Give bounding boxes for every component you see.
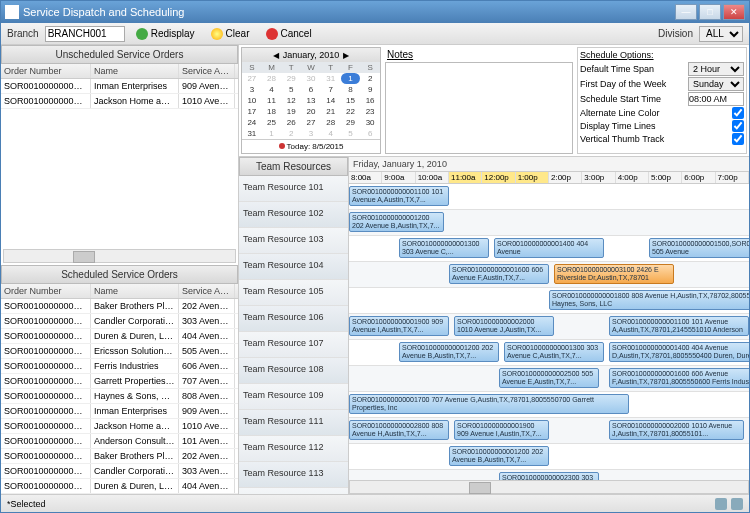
table-row[interactable]: SOR0010000000002200Baker Brothers Plumbi… <box>1 449 238 464</box>
unscheduled-columns: Order Number Name Service Address <box>1 64 238 79</box>
table-row[interactable]: SOR0010000000001500Ericsson Solutions, I… <box>1 344 238 359</box>
team-resource[interactable]: Team Resource 112 <box>239 436 348 462</box>
appointment-bar[interactable]: SOR0010000000001300 303 Avenue C,... <box>399 238 489 258</box>
team-resource[interactable]: Team Resource 102 <box>239 202 348 228</box>
cal-prev-icon[interactable]: ◀ <box>273 51 279 60</box>
gantt-row[interactable]: SOR0010000000001600 606 Avenue F,Austin,… <box>349 262 749 288</box>
branch-label: Branch <box>7 28 39 39</box>
statusbar: *Selected <box>1 494 749 512</box>
appointment-bar[interactable]: SOR0010000000001100 101 Avenue A,Austin,… <box>609 316 749 336</box>
gantt-time-header: 8:00a9:00a10:00a11:00a12:00p1:00p2:00p3:… <box>349 172 749 184</box>
appointment-bar[interactable]: SOR0010000000002000 1010 Avenue J,Austin… <box>609 420 744 440</box>
table-row[interactable]: SOR0010000000002100Anderson Consulting10… <box>1 434 238 449</box>
redisplay-button[interactable]: Redisplay <box>131 27 200 41</box>
appointment-bar[interactable]: SOR0010000000003100 2426 E Riverside Dr,… <box>554 264 674 284</box>
team-resource[interactable]: Team Resource 111 <box>239 410 348 436</box>
hscroll-unscheduled[interactable] <box>3 249 236 263</box>
calendar[interactable]: ◀ January, 2010 ▶ SMTWTFS272829303112345… <box>241 47 381 154</box>
cancel-button[interactable]: Cancel <box>261 27 317 41</box>
minimize-button[interactable]: — <box>675 4 697 20</box>
notes-textarea[interactable] <box>385 62 573 154</box>
col-order-number[interactable]: Order Number <box>1 284 91 298</box>
cal-month: January, 2010 <box>283 50 339 60</box>
team-resource[interactable]: Team Resource 109 <box>239 384 348 410</box>
table-row[interactable]: SOR0010000000001800Haynes & Sons, LLC808… <box>1 389 238 404</box>
appointment-bar[interactable]: SOR0010000000001200 202 Avenue B,Austin,… <box>449 446 549 466</box>
clear-button[interactable]: Clear <box>206 27 255 41</box>
division-select[interactable]: ALL <box>699 26 743 42</box>
table-row[interactable]: SOR0010000000001700Garrett Properties, I… <box>1 374 238 389</box>
table-row[interactable]: SOR0010000000002900Inman Enterprises909 … <box>1 79 238 94</box>
col-name[interactable]: Name <box>91 284 179 298</box>
gantt-row[interactable]: SOR0010000000002300 303 Avenue C,Austin,… <box>349 470 749 480</box>
team-resource[interactable]: Team Resource 113 <box>239 462 348 488</box>
col-name[interactable]: Name <box>91 64 179 78</box>
table-row[interactable]: SOR0010000000001400Duren & Duren, LLC404… <box>1 329 238 344</box>
window-title: Service Dispatch and Scheduling <box>23 6 675 18</box>
table-row[interactable]: SOR0010000000002000Jackson Home and Gard… <box>1 419 238 434</box>
gantt-row[interactable]: SOR0010000000001200 202 Avenue B,Austin,… <box>349 210 749 236</box>
appointment-bar[interactable]: SOR0010000000002800 808 Avenue H,Austin,… <box>349 420 449 440</box>
team-resources-header: Team Resources <box>239 157 348 176</box>
cal-next-icon[interactable]: ▶ <box>343 51 349 60</box>
appointment-bar[interactable]: SOR0010000000001400 404 Avenue D,Austin,… <box>494 238 604 258</box>
gantt-row[interactable]: SOR0010000000002500 505 Avenue E,Austin,… <box>349 366 749 392</box>
close-button[interactable]: ✕ <box>723 4 745 20</box>
table-row[interactable]: SOR0010000000001300Candler Corporation30… <box>1 314 238 329</box>
appointment-bar[interactable]: SOR0010000000001300 303 Avenue C,Austin,… <box>504 342 604 362</box>
appointment-bar[interactable]: SOR0010000000001800 808 Avenue H,Austin,… <box>549 290 749 310</box>
appointment-bar[interactable]: SOR0010000000001200 202 Avenue B,Austin,… <box>399 342 499 362</box>
col-address[interactable]: Service Address <box>179 64 235 78</box>
appointment-bar[interactable]: SOR0010000000002500 505 Avenue E,Austin,… <box>499 368 599 388</box>
team-resource[interactable]: Team Resource 103 <box>239 228 348 254</box>
gantt-row[interactable]: SOR0010000000001200 202 Avenue B,Austin,… <box>349 444 749 470</box>
appointment-bar[interactable]: SOR0010000000001100 101 Avenue A,Austin,… <box>349 186 449 206</box>
team-resource[interactable]: Team Resource 108 <box>239 358 348 384</box>
appointment-bar[interactable]: SOR0010000000001700 707 Avenue G,Austin,… <box>349 394 629 414</box>
team-resource[interactable]: Team Resource 107 <box>239 332 348 358</box>
status-icon-1[interactable] <box>715 498 727 510</box>
opt-timespan[interactable]: 2 Hour <box>688 62 744 76</box>
opt-timelines[interactable] <box>732 120 744 132</box>
appointment-bar[interactable]: SOR0010000000001200 202 Avenue B,Austin,… <box>349 212 444 232</box>
team-resource[interactable]: Team Resource 105 <box>239 280 348 306</box>
opt-starttime[interactable] <box>688 92 744 106</box>
scheduled-columns: Order Number Name Service Address <box>1 284 238 299</box>
col-order-number[interactable]: Order Number <box>1 64 91 78</box>
table-row[interactable]: SOR0010000000002400Duren & Duren, LLC404… <box>1 479 238 494</box>
appointment-bar[interactable]: SOR0010000000001400 404 Avenue D,Austin,… <box>609 342 749 362</box>
appointment-bar[interactable]: SOR0010000000001500,SOR0010000000000500 … <box>649 238 749 258</box>
gantt-row[interactable]: SOR0010000000002800 808 Avenue H,Austin,… <box>349 418 749 444</box>
table-row[interactable]: SOR0010000000002300Candler Corporation30… <box>1 464 238 479</box>
col-address[interactable]: Service Address <box>179 284 235 298</box>
gantt-row[interactable]: SOR0010000000001100 101 Avenue A,Austin,… <box>349 184 749 210</box>
hscroll-gantt[interactable] <box>349 480 749 494</box>
gantt-row[interactable]: SOR0010000000001300 303 Avenue C,...SOR0… <box>349 236 749 262</box>
refresh-icon <box>136 28 148 40</box>
gantt-row[interactable]: SOR0010000000001800 808 Avenue H,Austin,… <box>349 288 749 314</box>
gantt-row[interactable]: SOR0010000000001200 202 Avenue B,Austin,… <box>349 340 749 366</box>
cal-today[interactable]: Today: 8/5/2015 <box>242 139 380 153</box>
table-row[interactable]: SOR0010000000001600Ferris Industries606 … <box>1 359 238 374</box>
table-row[interactable]: SOR0010000000001900Inman Enterprises909 … <box>1 404 238 419</box>
appointment-bar[interactable]: SOR0010000000002300 303 Avenue C,Austin,… <box>499 472 599 480</box>
appointment-bar[interactable]: SOR0010000000001900 909 Avenue I,Austin,… <box>454 420 549 440</box>
maximize-button[interactable]: □ <box>699 4 721 20</box>
team-resource[interactable]: Team Resource 106 <box>239 306 348 332</box>
branch-input[interactable] <box>45 26 125 42</box>
gantt-row[interactable]: SOR0010000000001900 909 Avenue I,Austin,… <box>349 314 749 340</box>
appointment-bar[interactable]: SOR0010000000001600 606 Avenue F,Austin,… <box>449 264 549 284</box>
opt-thumbtrack[interactable] <box>732 133 744 145</box>
status-icon-2[interactable] <box>731 498 743 510</box>
appointment-bar[interactable]: SOR0010000000001900 909 Avenue I,Austin,… <box>349 316 449 336</box>
titlebar[interactable]: Service Dispatch and Scheduling — □ ✕ <box>1 1 749 23</box>
appointment-bar[interactable]: SOR0010000000002000 1010 Avenue J,Austin… <box>454 316 554 336</box>
table-row[interactable]: SOR0010000000001200Baker Brothers Plumbi… <box>1 299 238 314</box>
team-resource[interactable]: Team Resource 101 <box>239 176 348 202</box>
appointment-bar[interactable]: SOR0010000000001600 606 Avenue F,Austin,… <box>609 368 749 388</box>
table-row[interactable]: SOR0010000000003000Jackson Home and Gard… <box>1 94 238 109</box>
team-resource[interactable]: Team Resource 104 <box>239 254 348 280</box>
opt-altline[interactable] <box>732 107 744 119</box>
gantt-row[interactable]: SOR0010000000001700 707 Avenue G,Austin,… <box>349 392 749 418</box>
opt-firstday[interactable]: Sunday <box>688 77 744 91</box>
